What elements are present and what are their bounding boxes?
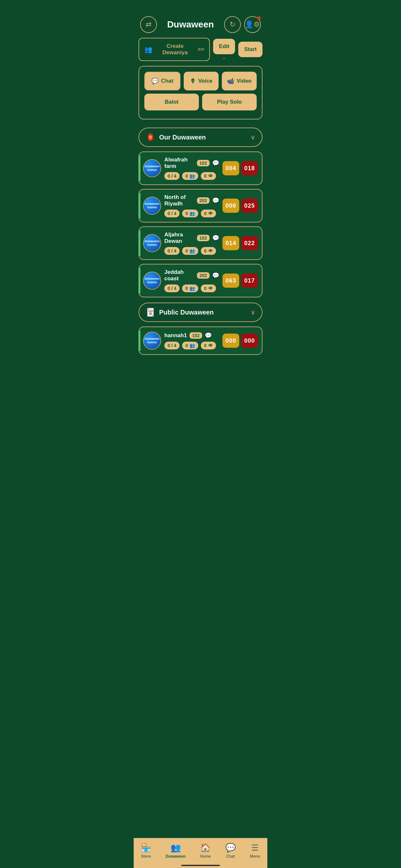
room-chat-icon-north-riyadh: 💬 <box>212 197 219 204</box>
room-players-hannah: 0 / 4 <box>164 342 180 349</box>
our-duwaween-icon: 🏮 <box>146 133 155 142</box>
room-name-aljahra: Aljahra Dewan <box>164 231 194 244</box>
room-viewers-north-riyadh: 0👁 <box>201 210 216 217</box>
profile-icon: 👤⚙ <box>245 20 260 29</box>
room-groups-north-riyadh: 0👥 <box>182 210 198 217</box>
room-score-yellow-aljahra: 014 <box>222 236 239 250</box>
voice-mode-label: Voice <box>198 78 212 84</box>
room-avatar-alwafrah: DuwaweenGames <box>143 159 161 177</box>
header-right-icons: ↻ 👤⚙ <box>224 16 261 33</box>
our-duwaween-section-header[interactable]: 🏮 Our Duwaween ∨ <box>138 128 263 147</box>
room-badge-alwafrah: 102 <box>197 160 210 166</box>
room-badge-jeddah: 202 <box>197 272 210 279</box>
room-name-alwafrah: Alwafrah farm <box>164 157 194 169</box>
room-info-hannah: hannah1 152 💬 0 / 4 0👥 0👁 <box>164 332 219 349</box>
create-label: Create Dewaniya <box>155 43 195 56</box>
room-name-north-riyadh: North of Riyadh <box>164 194 194 207</box>
room-chat-icon-aljahra: 💬 <box>212 235 219 242</box>
refresh-button[interactable]: ↻ <box>224 16 241 33</box>
room-card-hannah[interactable]: DuwaweenGames hannah1 152 💬 0 / 4 0👥 0👁 … <box>138 327 263 355</box>
room-info-alwafrah: Alwafrah farm 102 💬 0 / 4 0 👥 0 👁 <box>164 157 219 180</box>
video-mode-icon: 📹 <box>227 78 234 85</box>
video-mode-button[interactable]: 📹 Video <box>222 72 257 90</box>
room-card-jeddah[interactable]: DuwaweenGames Jeddah coast 202 💬 0 / 4 0… <box>138 264 263 298</box>
room-players-aljahra: 0 / 4 <box>164 247 180 255</box>
balot-mode-button[interactable]: Balot <box>144 94 199 111</box>
room-players-alwafrah: 0 / 4 <box>164 172 180 180</box>
room-score-red-north-riyadh: 025 <box>241 198 258 213</box>
room-viewers-hannah: 0👁 <box>201 342 216 349</box>
room-info-north-riyadh: North of Riyadh 202 💬 0 / 4 0👥 0👁 <box>164 194 219 217</box>
room-groups-aljahra: 0👥 <box>182 247 198 255</box>
room-scores-north-riyadh: 000 025 <box>222 198 258 213</box>
play-solo-button[interactable]: Play Solo <box>202 94 257 111</box>
room-info-aljahra: Aljahra Dewan 102 💬 0 / 4 0👥 0👁 <box>164 231 219 255</box>
action-bar: 👥 Create Dewaniya >> Edit ⌄ Start <box>134 38 267 61</box>
room-card-aljahra[interactable]: DuwaweenGames Aljahra Dewan 102 💬 0 / 4 … <box>138 226 263 260</box>
video-mode-label: Video <box>237 78 251 84</box>
voice-mode-button[interactable]: 🎙 Voice <box>184 72 219 90</box>
room-avatar-hannah: DuwaweenGames <box>143 332 161 350</box>
room-score-red-alwafrah: 018 <box>241 161 258 175</box>
room-viewers-aljahra: 0👁 <box>201 247 216 255</box>
edit-button[interactable]: Edit <box>213 39 235 54</box>
rotate-icon: ⇄ <box>146 20 151 29</box>
mode-row-2: Balot Play Solo <box>144 94 257 111</box>
room-players-north-riyadh: 0 / 4 <box>164 210 180 217</box>
room-card-alwafrah[interactable]: DuwaweenGames Alwafrah farm 102 💬 0 / 4 … <box>138 151 263 185</box>
mode-row-1: 💬 Chat 🎙 Voice 📹 Video <box>144 72 257 90</box>
room-card-north-riyadh[interactable]: DuwaweenGames North of Riyadh 202 💬 0 / … <box>138 189 263 222</box>
app-title: Duwaween <box>167 20 214 30</box>
room-scores-jeddah: 063 017 <box>222 274 258 288</box>
room-chat-icon-alwafrah: 💬 <box>212 159 219 166</box>
chat-mode-button[interactable]: 💬 Chat <box>144 72 181 90</box>
balot-mode-label: Balot <box>165 99 179 105</box>
room-avatar-aljahra: DuwaweenGames <box>143 234 161 252</box>
room-badge-north-riyadh: 202 <box>197 197 210 204</box>
public-duwaween-chevron: ∨ <box>251 308 255 316</box>
room-groups-jeddah: 0👥 <box>182 284 198 292</box>
room-score-red-hannah: 000 <box>241 334 258 348</box>
room-players-jeddah: 0 / 4 <box>164 284 180 292</box>
notification-dot <box>257 16 261 20</box>
create-icon: 👥 <box>144 45 152 53</box>
room-scores-alwafrah: 004 018 <box>222 161 258 175</box>
our-duwaween-title: Our Duwaween <box>159 134 247 141</box>
public-duwaween-icon: 🃏 <box>146 308 155 317</box>
chat-mode-icon: 💬 <box>151 78 158 85</box>
public-duwaween-section-header[interactable]: 🃏 Public Duwaween ∨ <box>138 303 263 322</box>
edit-button-wrapper: Edit ⌄ <box>213 39 235 60</box>
room-viewers-jeddah: 0👁 <box>201 284 216 292</box>
chat-mode-label: Chat <box>161 78 174 84</box>
room-groups-alwafrah: 0 👥 <box>182 172 198 180</box>
rotate-button[interactable]: ⇄ <box>140 16 157 33</box>
room-score-yellow-north-riyadh: 000 <box>222 198 239 213</box>
play-solo-label: Play Solo <box>217 99 242 105</box>
start-button[interactable]: Start <box>238 42 263 57</box>
edit-chevron-icon: ⌄ <box>222 55 226 60</box>
room-score-red-aljahra: 022 <box>241 236 258 250</box>
public-duwaween-title: Public Duwaween <box>159 309 247 316</box>
create-arrow: >> <box>197 46 204 53</box>
room-scores-hannah: 000 000 <box>222 334 258 348</box>
voice-mode-icon: 🎙 <box>190 78 196 85</box>
room-chat-icon-hannah: 💬 <box>205 332 212 339</box>
create-dewaniya-button[interactable]: 👥 Create Dewaniya >> <box>138 38 210 61</box>
room-name-hannah: hannah1 <box>164 332 187 339</box>
profile-button[interactable]: 👤⚙ <box>244 16 261 33</box>
room-chat-icon-jeddah: 💬 <box>212 272 219 279</box>
room-badge-hannah: 152 <box>189 332 202 339</box>
room-scores-aljahra: 014 022 <box>222 236 258 250</box>
room-avatar-jeddah: DuwaweenGames <box>143 272 161 290</box>
room-viewers-alwafrah: 0 👁 <box>201 172 216 180</box>
room-score-red-jeddah: 017 <box>241 274 258 288</box>
room-score-yellow-jeddah: 063 <box>222 274 239 288</box>
room-score-yellow-hannah: 000 <box>222 334 239 348</box>
room-groups-hannah: 0👥 <box>182 342 198 349</box>
room-name-jeddah: Jeddah coast <box>164 269 194 282</box>
room-badge-aljahra: 102 <box>197 235 210 241</box>
refresh-icon: ↻ <box>229 20 235 29</box>
app-header: ⇄ Duwaween ↻ 👤⚙ <box>134 0 267 38</box>
room-score-yellow-alwafrah: 004 <box>222 161 239 175</box>
our-duwaween-chevron: ∨ <box>251 133 255 141</box>
